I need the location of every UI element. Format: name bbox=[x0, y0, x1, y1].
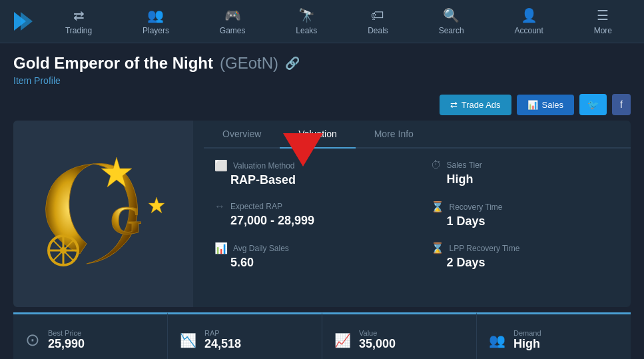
trade-ads-icon: ⇄ bbox=[450, 100, 458, 110]
link-icon[interactable]: 🔗 bbox=[285, 56, 300, 71]
account-icon: 👤 bbox=[521, 7, 537, 23]
lpp-recovery-label: LPP Recovery Time bbox=[450, 244, 520, 253]
lpp-recovery-icon: ⌛ bbox=[431, 242, 444, 254]
nav-item-account[interactable]: 👤 Account bbox=[502, 0, 555, 43]
nav-item-players[interactable]: 👥 Players bbox=[131, 0, 181, 43]
nav-item-deals[interactable]: 🏷 Deals bbox=[356, 0, 400, 43]
card-demand-text: Demand High bbox=[513, 329, 541, 351]
item-image-box: G bbox=[13, 121, 193, 307]
best-price-value: 25,990 bbox=[48, 337, 85, 351]
item-title: Gold Emperor of the Night bbox=[13, 54, 213, 73]
down-arrow-icon bbox=[283, 133, 323, 167]
valuation-method-value: RAP-Based bbox=[214, 173, 404, 187]
card-value: 📈 Value 35,000 bbox=[322, 312, 476, 359]
nav-label-leaks: Leaks bbox=[296, 26, 317, 35]
sales-tier-icon: ⏱ bbox=[431, 159, 442, 171]
expected-rap-value: 27,000 - 28,999 bbox=[214, 214, 404, 228]
leaks-icon: 🔭 bbox=[298, 7, 315, 23]
nav-label-search: Search bbox=[439, 26, 464, 35]
action-buttons-row: ⇄ Trade Ads 📊 Sales 🐦 f bbox=[13, 94, 631, 115]
nav-item-search[interactable]: 🔍 Search bbox=[427, 0, 476, 43]
deals-icon: 🏷 bbox=[371, 8, 384, 23]
recovery-time-value: 1 Days bbox=[431, 214, 621, 228]
avg-daily-sales-icon: 📊 bbox=[214, 242, 228, 254]
navbar: ⇄ Trading 👥 Players 🎮 Games 🔭 Leaks 🏷 De… bbox=[0, 0, 644, 43]
sales-tier-label: Sales Tier bbox=[447, 161, 482, 170]
demand-label: Demand bbox=[513, 329, 541, 337]
card-demand: 👥 Demand High bbox=[476, 312, 631, 359]
stat-recovery-time: ⌛ Recovery Time 1 Days bbox=[431, 200, 621, 228]
nav-label-deals: Deals bbox=[368, 26, 388, 35]
players-icon: 👥 bbox=[147, 7, 164, 23]
card-rap-text: RAP 24,518 bbox=[204, 329, 241, 351]
svg-marker-3 bbox=[149, 197, 164, 213]
facebook-button[interactable]: f bbox=[612, 94, 631, 115]
tab-more-info[interactable]: More Info bbox=[356, 121, 432, 149]
twitter-icon: 🐦 bbox=[587, 99, 599, 110]
nav-item-leaks[interactable]: 🔭 Leaks bbox=[284, 0, 329, 43]
lpp-recovery-value: 2 Days bbox=[431, 256, 621, 270]
tab-overview[interactable]: Overview bbox=[204, 121, 280, 149]
value-value: 35,000 bbox=[359, 337, 396, 351]
tabs-row: Overview Valuation More Info bbox=[204, 121, 631, 149]
sales-chart-icon: 📊 bbox=[527, 100, 538, 110]
rap-value: 24,518 bbox=[204, 337, 241, 351]
value-label: Value bbox=[359, 329, 396, 337]
sales-button[interactable]: 📊 Sales bbox=[517, 95, 575, 115]
facebook-icon: f bbox=[620, 99, 623, 110]
best-price-label: Best Price bbox=[48, 329, 85, 337]
trade-ads-label: Trade Ads bbox=[462, 100, 501, 110]
card-value-text: Value 35,000 bbox=[359, 329, 396, 351]
svg-marker-1 bbox=[21, 12, 33, 31]
nav-label-account: Account bbox=[514, 26, 543, 35]
rap-label: RAP bbox=[204, 329, 241, 337]
item-profile-link[interactable]: Item Profile bbox=[13, 75, 631, 86]
stat-expected-rap: ↔ Expected RAP 27,000 - 28,999 bbox=[214, 200, 404, 228]
svg-text:G: G bbox=[110, 197, 142, 242]
avg-daily-sales-label: Avg Daily Sales bbox=[233, 244, 289, 253]
bottom-cards: ⊙ Best Price 25,990 📉 RAP 24,518 📈 Value… bbox=[13, 312, 631, 359]
twitter-button[interactable]: 🐦 bbox=[579, 94, 607, 115]
main-content: Gold Emperor of the Night (GEotN) 🔗 Item… bbox=[0, 43, 644, 359]
item-title-row: Gold Emperor of the Night (GEotN) 🔗 bbox=[13, 54, 631, 73]
nav-label-more: More bbox=[594, 26, 612, 35]
stat-sales-tier: ⏱ Sales Tier High bbox=[431, 159, 621, 187]
expected-rap-icon: ↔ bbox=[214, 200, 225, 212]
stats-grid: ⬜ Valuation Method RAP-Based ⏱ Sales Tie… bbox=[204, 159, 631, 280]
avg-daily-sales-value: 5.60 bbox=[214, 256, 404, 270]
demand-value: High bbox=[513, 337, 541, 351]
sales-tier-value: High bbox=[431, 173, 621, 186]
nav-item-games[interactable]: 🎮 Games bbox=[208, 0, 258, 43]
nav-label-games: Games bbox=[220, 26, 246, 35]
stat-avg-daily-sales: 📊 Avg Daily Sales 5.60 bbox=[214, 242, 404, 270]
value-icon: 📈 bbox=[334, 332, 351, 348]
item-image: G bbox=[27, 147, 180, 280]
recovery-time-icon: ⌛ bbox=[431, 200, 444, 213]
nav-label-trading: Trading bbox=[65, 26, 92, 35]
valuation-method-icon: ⬜ bbox=[214, 159, 228, 172]
rap-icon: 📉 bbox=[180, 332, 196, 348]
best-price-icon: ⊙ bbox=[25, 330, 40, 350]
logo[interactable] bbox=[7, 9, 40, 33]
tabs-stats-panel: Overview Valuation More Info ⬜ Valuation… bbox=[204, 121, 631, 307]
nav-label-players: Players bbox=[143, 26, 169, 35]
demand-icon: 👥 bbox=[489, 332, 505, 348]
nav-item-trading[interactable]: ⇄ Trading bbox=[53, 0, 104, 43]
search-icon: 🔍 bbox=[443, 7, 460, 23]
card-best-price: ⊙ Best Price 25,990 bbox=[13, 312, 167, 359]
card-best-price-text: Best Price 25,990 bbox=[48, 329, 85, 351]
trading-icon: ⇄ bbox=[73, 7, 85, 23]
nav-item-more[interactable]: ☰ More bbox=[582, 0, 624, 43]
item-abbreviation: (GEotN) bbox=[220, 54, 278, 73]
card-rap: 📉 RAP 24,518 bbox=[167, 312, 322, 359]
recovery-time-label: Recovery Time bbox=[450, 202, 503, 212]
stat-lpp-recovery-time: ⌛ LPP Recovery Time 2 Days bbox=[431, 242, 621, 270]
expected-rap-label: Expected RAP bbox=[230, 202, 282, 211]
red-arrow-indicator bbox=[283, 133, 323, 167]
games-icon: 🎮 bbox=[224, 7, 241, 23]
trade-ads-button[interactable]: ⇄ Trade Ads bbox=[440, 95, 511, 115]
sales-label: Sales bbox=[542, 100, 564, 110]
more-icon: ☰ bbox=[597, 7, 609, 23]
nav-items: ⇄ Trading 👥 Players 🎮 Games 🔭 Leaks 🏷 De… bbox=[40, 0, 637, 43]
